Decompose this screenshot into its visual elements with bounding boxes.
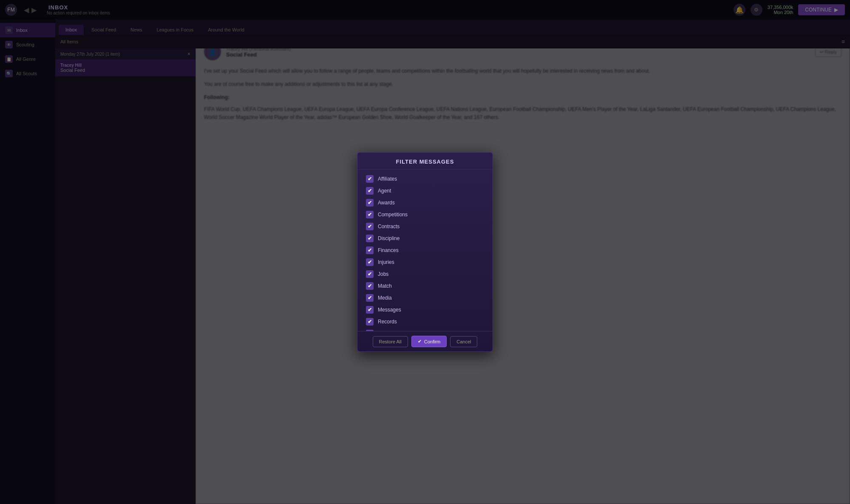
filter-label-affiliates: Affiliates <box>378 176 397 182</box>
check-icon: ✔ <box>368 235 372 241</box>
checkbox-awards: ✔ <box>366 199 374 207</box>
filter-item-jobs[interactable]: ✔Jobs <box>357 268 493 280</box>
filter-label-finances: Finances <box>378 247 399 253</box>
checkbox-messages: ✔ <box>366 306 374 314</box>
checkbox-affiliates: ✔ <box>366 175 374 183</box>
filter-item-discipline[interactable]: ✔Discipline <box>357 232 493 244</box>
check-icon: ✔ <box>368 224 372 229</box>
filter-item-messages[interactable]: ✔Messages <box>357 304 493 316</box>
confirm-button[interactable]: ✔ Confirm <box>411 336 447 347</box>
filter-item-competitions[interactable]: ✔Competitions <box>357 209 493 221</box>
filter-item-media[interactable]: ✔Media <box>357 292 493 304</box>
checkbox-jobs: ✔ <box>366 270 374 278</box>
checkbox-discipline: ✔ <box>366 235 374 242</box>
filter-item-finances[interactable]: ✔Finances <box>357 244 493 256</box>
checkbox-contracts: ✔ <box>366 223 374 230</box>
filter-item-contracts[interactable]: ✔Contracts <box>357 221 493 232</box>
filter-label-competitions: Competitions <box>378 212 408 218</box>
filter-messages-dialog: FILTER MESSAGES ✔Affiliates✔Agent✔Awards… <box>357 152 493 352</box>
filter-label-messages: Messages <box>378 307 401 313</box>
checkbox-finances: ✔ <box>366 246 374 254</box>
filter-item-agent[interactable]: ✔Agent <box>357 185 493 197</box>
filter-label-discipline: Discipline <box>378 235 400 241</box>
filter-item-injuries[interactable]: ✔Injuries <box>357 256 493 268</box>
filter-label-match: Match <box>378 283 392 289</box>
filter-item-match[interactable]: ✔Match <box>357 280 493 292</box>
checkbox-injuries: ✔ <box>366 258 374 266</box>
filter-label-awards: Awards <box>378 200 395 206</box>
filter-label-jobs: Jobs <box>378 271 388 277</box>
restore-all-button[interactable]: Restore All <box>373 336 408 347</box>
confirm-check-icon: ✔ <box>418 339 422 344</box>
check-icon: ✔ <box>368 212 372 218</box>
checkbox-media: ✔ <box>366 294 374 302</box>
check-icon: ✔ <box>368 188 372 194</box>
checkbox-agent: ✔ <box>366 187 374 195</box>
check-icon: ✔ <box>368 319 372 325</box>
check-icon: ✔ <box>368 331 372 331</box>
filter-label-injuries: Injuries <box>378 259 394 265</box>
dialog-footer: Restore All ✔ Confirm Cancel <box>357 331 493 351</box>
check-icon: ✔ <box>368 176 372 182</box>
check-icon: ✔ <box>368 307 372 313</box>
dialog-title: FILTER MESSAGES <box>357 153 493 170</box>
cancel-button[interactable]: Cancel <box>450 336 477 347</box>
checkbox-records: ✔ <box>366 318 374 326</box>
filter-item-records[interactable]: ✔Records <box>357 316 493 328</box>
filter-item-awards[interactable]: ✔Awards <box>357 197 493 209</box>
checkbox-match: ✔ <box>366 282 374 290</box>
filter-label-contracts: Contracts <box>378 224 400 229</box>
check-icon: ✔ <box>368 200 372 206</box>
filter-label-scouting: Scouting <box>378 331 398 331</box>
checkbox-competitions: ✔ <box>366 211 374 218</box>
filter-label-records: Records <box>378 319 397 325</box>
dialog-body: ✔Affiliates✔Agent✔Awards✔Competitions✔Co… <box>357 170 493 331</box>
filter-label-agent: Agent <box>378 188 391 194</box>
filter-item-scouting[interactable]: ✔Scouting <box>357 328 493 331</box>
check-icon: ✔ <box>368 295 372 301</box>
filter-item-affiliates[interactable]: ✔Affiliates <box>357 173 493 185</box>
checkbox-scouting: ✔ <box>366 330 374 331</box>
check-icon: ✔ <box>368 271 372 277</box>
check-icon: ✔ <box>368 283 372 289</box>
check-icon: ✔ <box>368 247 372 253</box>
check-icon: ✔ <box>368 259 372 265</box>
filter-label-media: Media <box>378 295 392 301</box>
